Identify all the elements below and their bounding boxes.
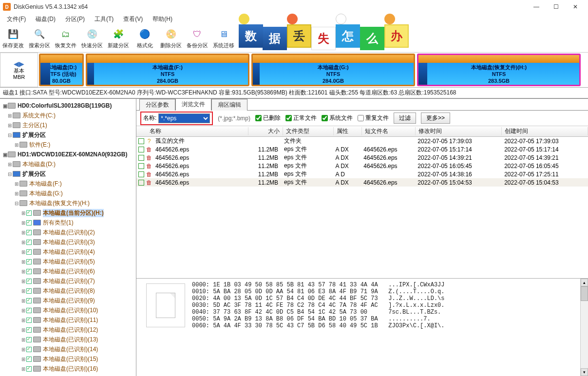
tree-pane[interactable]: ▣HD0:ColorfulSL300128GB(119GB)⊞系统文件(C:)⊞… — [0, 99, 136, 376]
mbr-label: 基本 MBR — [13, 68, 25, 80]
hex-scrollbar[interactable]: ▴ ▾ — [580, 279, 588, 376]
tree-item[interactable]: ⊞本地磁盘(已识别)(11) — [0, 315, 136, 325]
mbr-box[interactable]: ◀▶ 基本 MBR — [0, 53, 38, 87]
tree-item[interactable]: ⊞本地磁盘(已识别)(4) — [0, 247, 136, 257]
tree-item[interactable]: ⊞本地磁盘(已识别)(12) — [0, 325, 136, 335]
tree-item[interactable]: ⊞本地磁盘(已识别)(9) — [0, 296, 136, 305]
tree-item[interactable]: ⊞本地磁盘(已识别)(6) — [0, 266, 136, 276]
scroll-up-button[interactable]: ▴ — [581, 279, 588, 286]
file-row[interactable]: ?孤立的文件文件夹2022-07-05 17:39:032022-07-05 1… — [136, 137, 588, 145]
tool-4[interactable]: 🧩新建分区 — [105, 25, 132, 52]
app-icon: D — [3, 3, 11, 11]
partition-box[interactable]: 本地磁盘(F:)NTFS284.0GB — [86, 54, 249, 86]
tree-item[interactable]: ⊟扩展分区 — [0, 130, 136, 140]
tool-1[interactable]: 🔍搜索分区 — [26, 25, 53, 52]
file-icon — [156, 293, 175, 318]
tree-item[interactable]: ⊞本地磁盘(已识别)(3) — [0, 237, 136, 247]
col-short[interactable]: 短文件名 — [362, 127, 416, 135]
nav-arrows-icon[interactable]: ◀▶ — [14, 60, 24, 68]
tree-hd0[interactable]: ▣HD0:ColorfulSL300128GB(119GB) — [0, 101, 136, 111]
tree-item[interactable]: ⊞软件(E:) — [0, 140, 136, 150]
tool-5[interactable]: 🔵格式化 — [132, 25, 158, 52]
row-icon: 🗑 — [146, 179, 152, 186]
tree-item[interactable]: ⊞本地磁盘(已识别)(14) — [0, 344, 136, 354]
toolbar: 💾保存更改🔍搜索分区🗂恢复文件💿快速分区🧩新建分区🔵格式化📀删除分区🛡备份分区🖥… — [0, 24, 588, 53]
menu-disk[interactable]: 磁盘(D) — [31, 14, 60, 24]
chk-normal[interactable]: 正常文件 — [285, 114, 317, 122]
col-type[interactable]: 文件类型 — [283, 127, 334, 135]
partition-box[interactable]: 本地磁盘(G:)NTFS284.0GB — [251, 54, 415, 86]
col-attr[interactable]: 属性 — [334, 127, 362, 135]
tab-bar: 分区参数 浏览文件 扇区编辑 — [136, 99, 588, 111]
tool-3[interactable]: 💿快速分区 — [79, 25, 105, 52]
col-name[interactable]: 名称 — [147, 127, 248, 135]
tab-partition-params[interactable]: 分区参数 — [139, 99, 175, 111]
file-row[interactable]: 🗑4645626.eps11.2MBeps 文件A DX4645626.eps2… — [136, 178, 588, 187]
chk-deleted[interactable]: 已删除 — [255, 114, 281, 122]
col-size[interactable]: 大小 — [248, 127, 283, 135]
list-header[interactable]: 名称 大小 文件类型 属性 短文件名 修改时间 创建时间 — [136, 126, 588, 137]
scroll-thumb[interactable] — [581, 286, 588, 301]
tree-item[interactable]: ⊞本地磁盘(D:) — [0, 159, 136, 169]
tree-hd1[interactable]: ▣HD1:WDCWD10EZEX-60M2NA0(932GB) — [0, 150, 136, 159]
tree-item[interactable]: ⊞本地磁盘(已识别)(5) — [0, 257, 136, 266]
banner[interactable]: 数 据 丢 失 怎 么 办 — [239, 25, 409, 52]
chk-system[interactable]: 系统文件 — [322, 114, 353, 122]
tree-item[interactable]: ⊟扩展分区 — [0, 169, 136, 179]
minimize-button[interactable]: — — [527, 0, 546, 14]
row-checkbox[interactable] — [138, 171, 144, 177]
tree-item[interactable]: ⊞本地磁盘(已识别)(7) — [0, 276, 136, 286]
row-icon: 🗑 — [146, 171, 152, 178]
menu-view[interactable]: 查看(V) — [118, 14, 148, 24]
tree-item[interactable]: ⊞本地磁盘(已识别)(15) — [0, 354, 136, 364]
menu-tools[interactable]: 工具(T) — [90, 14, 118, 24]
tree-item[interactable]: ⊞本地磁盘(已识别)(10) — [0, 305, 136, 315]
tree-current[interactable]: ⊞本地磁盘(当前分区)(H:) — [0, 208, 136, 218]
tree-item[interactable]: ⊞所有类型(1) — [0, 218, 136, 227]
menu-partition[interactable]: 分区(P) — [60, 14, 90, 24]
tool-6[interactable]: 📀删除分区 — [158, 25, 184, 52]
hex-preview: 0000: 1E 1B 03 49 50 58 85 5B 81 43 57 7… — [136, 278, 588, 376]
tree-item[interactable]: ⊞本地磁盘(F:) — [0, 179, 136, 188]
row-checkbox[interactable] — [138, 138, 144, 144]
file-row[interactable]: 🗑4645626.eps11.2MBeps 文件A DX4645626.eps2… — [136, 153, 588, 162]
partition-box[interactable]: 本地磁盘(恢复文件)(H:)NTFS283.5GB — [417, 54, 581, 86]
row-checkbox[interactable] — [138, 147, 144, 152]
menu-help[interactable]: 帮助(H) — [148, 14, 177, 24]
col-mod[interactable]: 修改时间 — [416, 127, 502, 135]
tab-sector-edit[interactable]: 扇区编辑 — [211, 99, 247, 111]
tool-2[interactable]: 🗂恢复文件 — [53, 25, 79, 52]
tree-item[interactable]: ⊞本地磁盘(已识别)(13) — [0, 335, 136, 344]
menu-file[interactable]: 文件(F) — [2, 14, 31, 24]
hex-dump: 0000: 1E 1B 03 49 50 58 85 5B 81 43 57 7… — [192, 282, 444, 373]
tab-browse-files[interactable]: 浏览文件 — [175, 99, 211, 111]
chk-duplicate[interactable]: 重复文件 — [358, 114, 389, 122]
tree-item[interactable]: ⊟本地磁盘(恢复文件)(H:) — [0, 198, 136, 208]
scroll-down-button[interactable]: ▾ — [581, 368, 588, 376]
tree-item[interactable]: ⊞本地磁盘(已识别)(2) — [0, 227, 136, 237]
filter-hint: (*.jpg;*.bmp) — [218, 115, 250, 122]
tool-0[interactable]: 💾保存更改 — [0, 25, 26, 52]
filter-button[interactable]: 过滤 — [394, 113, 416, 124]
tool-8[interactable]: 🖥系统迁移 — [210, 25, 237, 52]
row-checkbox[interactable] — [138, 155, 144, 161]
row-checkbox[interactable] — [138, 163, 144, 169]
tree-item[interactable]: ⊞系统文件(C:) — [0, 111, 136, 120]
name-filter-select[interactable]: *.*eps — [158, 113, 210, 123]
partition-box[interactable]: 本地磁盘(D:)NTFS (活动)80.0GB — [39, 54, 84, 86]
row-checkbox[interactable] — [138, 180, 144, 186]
tool-7[interactable]: 🛡备份分区 — [184, 25, 210, 52]
file-row[interactable]: 🗑4645626.eps11.2MBeps 文件A DX4645626.eps2… — [136, 162, 588, 170]
tree-item[interactable]: ⊞主分区(1) — [0, 120, 136, 130]
tree-item[interactable]: ⊞本地磁盘(已识别)(8) — [0, 286, 136, 296]
name-filter-label: 名称: — [143, 114, 156, 122]
file-list[interactable]: ?孤立的文件文件夹2022-07-05 17:39:032022-07-05 1… — [136, 137, 588, 187]
file-row[interactable]: 🗑4645626.eps11.2MBeps 文件A D2022-07-05 14… — [136, 170, 588, 178]
maximize-button[interactable]: ☐ — [546, 0, 566, 14]
col-create[interactable]: 创建时间 — [502, 127, 588, 135]
more-button[interactable]: 更多>> — [421, 113, 450, 124]
close-button[interactable]: ✕ — [566, 0, 585, 14]
tree-item[interactable]: ⊞本地磁盘(G:) — [0, 188, 136, 198]
file-row[interactable]: 🗑4645626.eps11.2MBeps 文件A DX4645626.eps2… — [136, 145, 588, 153]
tree-item[interactable]: ⊞本地磁盘(已识别)(16) — [0, 364, 136, 374]
